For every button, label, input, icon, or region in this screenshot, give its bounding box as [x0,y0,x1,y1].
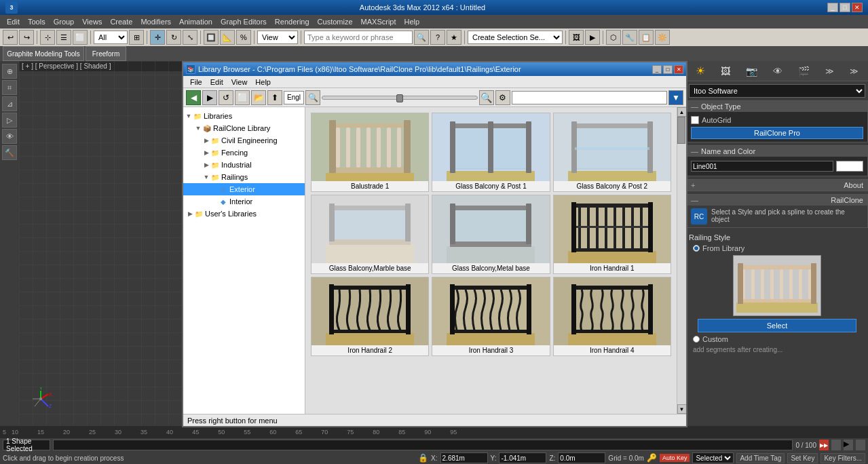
more-icons[interactable]: ≫ [850,66,858,76]
close-btn[interactable]: ✕ [852,3,863,12]
snap-btn[interactable]: 🔲 [204,30,219,45]
next-frame-btn[interactable] [856,440,865,450]
scale-btn[interactable]: ⤡ [183,30,197,45]
grid-scrollbar[interactable]: ▲ ▼ [677,107,686,414]
filter-btn[interactable]: ⊞ [129,30,144,45]
lib-menu-view[interactable]: View [227,77,252,87]
lib-zoom-slider[interactable] [322,96,478,100]
lib-up-btn[interactable]: ⬆ [267,90,282,105]
menu-animation[interactable]: Animation [175,17,216,26]
lib-stop-btn[interactable]: ⬜ [235,90,250,105]
activeshade-btn[interactable]: 🔆 [655,30,670,45]
key-filters-btn[interactable]: Key Filters... [820,453,865,463]
lib-zoom-handle[interactable] [396,94,403,102]
from-library-radio[interactable] [693,245,700,252]
display-tool[interactable]: 👁 [2,129,17,144]
lib-zoom-in-btn[interactable]: 🔍 [305,90,320,105]
menu-rendering[interactable]: Rendering [271,17,314,26]
help-btn[interactable]: ? [430,30,445,45]
menu-edit[interactable]: Edit [3,17,24,26]
scroll-up-btn[interactable]: ▲ [677,107,687,117]
all-dropdown[interactable]: All [94,31,128,44]
ext-icon[interactable]: ≫ [825,66,834,76]
lib-menu-file[interactable]: File [186,77,206,87]
undo-btn[interactable]: ↩ [3,30,18,45]
percent-snap-btn[interactable]: % [236,30,251,45]
utilities-tool[interactable]: 🔨 [2,145,17,160]
maximize-btn[interactable]: □ [839,3,850,12]
render-frame-btn[interactable]: 🖼 [569,30,584,45]
lib-settings-btn[interactable]: ⚙ [495,90,510,105]
tree-fencing[interactable]: ▶ 📁 Fencing [183,147,305,159]
play-btn[interactable]: ▶ [844,440,853,450]
search-btn[interactable]: 🔍 [414,30,429,45]
grid-item-balustrade1[interactable]: Balustrade 1 [311,113,429,192]
tree-interior[interactable]: ◆ Interior [183,195,305,208]
autogrid-checkbox[interactable] [691,116,699,124]
menu-help[interactable]: Help [400,17,424,26]
anim-icon[interactable]: 🎬 [798,66,810,77]
angle-snap-btn[interactable]: 📐 [220,30,235,45]
menu-create[interactable]: Create [106,17,136,26]
scroll-thumb[interactable] [677,117,685,144]
material-editor-btn[interactable]: ⬡ [606,30,621,45]
tree-libraries[interactable]: ▼ 📁 Libraries [183,110,305,122]
lib-refresh-btn[interactable]: ↺ [219,90,233,105]
timeline-bar[interactable] [53,440,793,450]
rect-select-btn[interactable]: ⬜ [73,30,88,45]
lib-close-btn[interactable]: ✕ [674,65,683,74]
tree-exterior[interactable]: ◆ Exterior [183,183,305,195]
redo-btn[interactable]: ↪ [19,30,34,45]
render-icon[interactable]: 🖼 [721,66,730,77]
grid-item-marble[interactable]: Glass Balcony,Marble base [311,195,429,274]
select-btn[interactable]: ⊹ [40,30,55,45]
lib-maximize-btn[interactable]: □ [663,65,673,74]
menu-maxscript[interactable]: MAXScript [357,17,400,26]
color-swatch[interactable] [836,161,863,172]
add-time-tag-btn[interactable]: Add Time Tag [736,453,785,463]
render-btn[interactable]: ▶ [585,30,600,45]
motion-tool[interactable]: ▷ [2,113,17,128]
render-setup-btn[interactable]: 🔧 [622,30,637,45]
auto-key-btn[interactable]: Auto Key [660,454,690,462]
display-icon[interactable]: 👁 [773,66,782,77]
name-input[interactable] [691,161,833,172]
lib-forward-btn[interactable]: ▶ [202,90,217,105]
star-btn[interactable]: ★ [447,30,461,45]
lib-folder-btn[interactable]: 📂 [251,90,266,105]
tree-railclone[interactable]: ▼ 📦 RailClone Library [183,122,305,134]
prev-frame-btn[interactable] [831,440,841,450]
lib-filter-btn[interactable]: ▼ [668,90,683,105]
select-by-name-btn[interactable]: ☰ [56,30,71,45]
custom-radio[interactable] [693,336,700,343]
auto-key-toggle[interactable]: ▶▶ [819,440,829,450]
minimize-btn[interactable]: _ [827,3,838,12]
lib-zoom-out-btn[interactable]: 🔍 [479,90,494,105]
lib-menu-help[interactable]: Help [251,77,275,87]
about-header[interactable]: + About [687,180,867,191]
tree-user-libraries[interactable]: ▶ 📁 User's Libraries [183,208,305,220]
menu-views[interactable]: Views [78,17,106,26]
keyword-search[interactable] [304,31,413,44]
grid-item-iron2[interactable]: Iron Handrail 2 [311,277,429,356]
freeform-btn[interactable]: Freeform [86,46,126,61]
select-button[interactable]: Select [698,319,856,332]
tree-industrial[interactable]: ▶ 📁 Industrial [183,159,305,171]
selection-dropdown[interactable]: Create Selection Se... [468,31,563,44]
menu-graph-editors[interactable]: Graph Editors [216,17,271,26]
grid-item-glass2[interactable]: Glass Balcony & Post 2 [553,113,671,192]
graphite-btn[interactable]: Graphite Modeling Tools [3,46,84,61]
grid-item-iron4[interactable]: Iron Handrail 4 [553,277,671,356]
grid-item-glass1[interactable]: Glass Balcony & Post 1 [432,113,550,192]
lib-menu-edit[interactable]: Edit [206,77,227,87]
hierarchy-tool[interactable]: ⊿ [2,96,17,111]
tree-railings[interactable]: ▼ 📁 Railings [183,171,305,183]
move-btn[interactable]: ✛ [150,30,165,45]
railclone-pro-btn[interactable]: RailClone Pro [691,127,863,139]
grid-item-iron3[interactable]: Iron Handrail 3 [432,277,550,356]
lib-minimize-btn[interactable]: _ [652,65,662,74]
render-msg-btn[interactable]: 📋 [639,30,654,45]
rotate-btn[interactable]: ↻ [166,30,181,45]
scroll-down-btn[interactable]: ▼ [677,404,687,414]
modify-tool[interactable]: ⌗ [2,80,17,95]
